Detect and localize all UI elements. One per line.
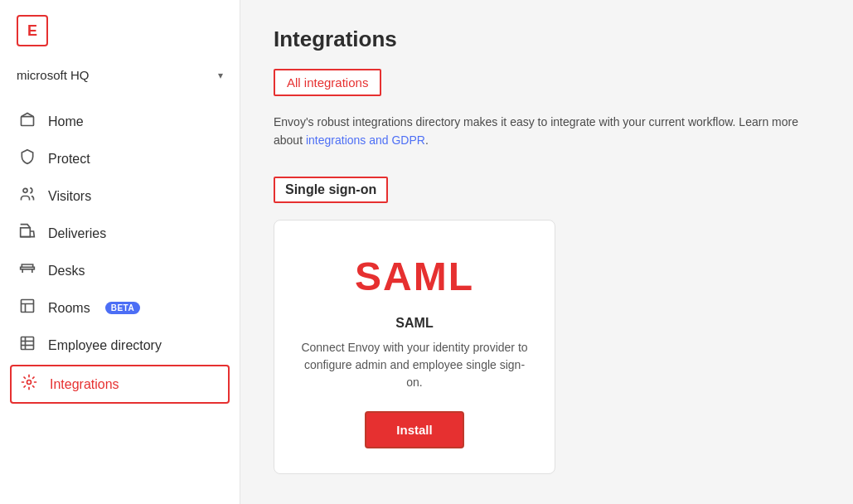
sidebar-logo: E [0,0,240,61]
home-icon [18,111,36,132]
sidebar-item-deliveries-label: Deliveries [48,226,106,241]
sidebar-item-protect[interactable]: Protect [10,141,230,177]
sidebar: E microsoft HQ ▾ Home Protect [0,0,240,504]
svg-rect-0 [22,117,34,126]
integrations-icon [20,374,38,395]
svg-rect-5 [22,337,34,350]
main-content: Integrations All integrations Envoy's ro… [240,0,853,504]
svg-point-1 [23,188,27,192]
rooms-icon [18,298,36,318]
sidebar-item-visitors[interactable]: Visitors [10,178,230,214]
section-title: Single sign-on [274,177,388,203]
sidebar-item-desks[interactable]: Desks [10,253,230,288]
gdpr-link[interactable]: integrations and GDPR [306,133,425,147]
saml-card: SAML SAML Connect Envoy with your identi… [274,220,555,474]
saml-logo: SAML [355,254,474,299]
employee-directory-icon [18,335,36,356]
sidebar-item-rooms-label: Rooms [48,301,90,316]
page-title: Integrations [274,27,820,52]
svg-point-9 [27,380,32,385]
sidebar-item-desks-label: Desks [48,264,85,279]
sidebar-navigation: Home Protect Visitors [0,95,240,504]
svg-rect-2 [21,228,31,237]
beta-badge: BETA [105,302,140,314]
svg-rect-3 [21,267,35,269]
workspace-name: microsoft HQ [17,68,90,82]
tab-bar: All integrations [274,69,820,96]
sidebar-item-home-label: Home [48,114,84,129]
app-logo: E [17,15,48,46]
sidebar-item-home[interactable]: Home [10,104,230,139]
sidebar-item-visitors-label: Visitors [48,189,91,204]
sidebar-item-protect-label: Protect [48,152,90,167]
workspace-selector[interactable]: microsoft HQ ▾ [0,61,240,95]
install-button[interactable]: Install [365,411,463,448]
description-text: Envoy's robust integrations directory ma… [274,113,820,150]
visitors-icon [18,186,36,206]
saml-card-description: Connect Envoy with your identity provide… [299,339,530,391]
sidebar-item-employee-directory-label: Employee directory [48,338,162,353]
deliveries-icon [18,223,36,244]
sidebar-item-employee-directory[interactable]: Employee directory [10,327,230,363]
chevron-down-icon: ▾ [218,70,223,81]
svg-rect-4 [22,300,34,313]
sidebar-item-rooms[interactable]: Rooms BETA [10,290,230,326]
sidebar-item-deliveries[interactable]: Deliveries [10,216,230,251]
sidebar-item-integrations[interactable]: Integrations [10,365,230,404]
sidebar-item-integrations-label: Integrations [50,377,119,392]
shield-icon [18,148,36,169]
integrations-grid: SAML SAML Connect Envoy with your identi… [274,220,820,474]
desks-icon [18,260,36,281]
tab-all-integrations[interactable]: All integrations [274,69,381,96]
saml-card-title: SAML [395,316,433,331]
